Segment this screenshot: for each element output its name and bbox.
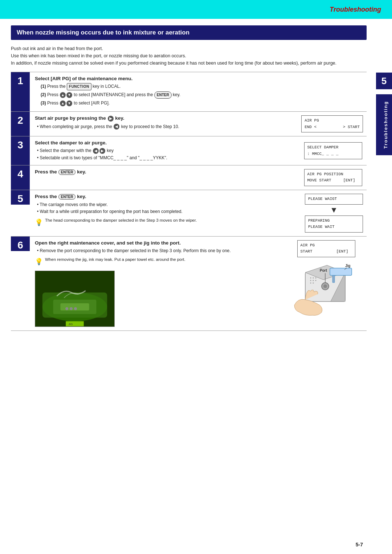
step-1-body: (1) Press the FUNCTION key in LOCAL. (2)…: [35, 83, 362, 107]
header-title: Troubleshooting: [330, 6, 381, 13]
step-2-number: 2: [11, 112, 30, 136]
maintenance-photo: JIG: [35, 271, 115, 327]
svg-point-14: [323, 284, 327, 288]
intro-line-1: Push out ink and air in the head from th…: [11, 45, 367, 52]
step-3-body: Select the damper with the ◀▶ key Select…: [35, 147, 298, 161]
step-5-row: 5 Press the ENTER key. The carriage move…: [11, 190, 367, 237]
step-4-row: 4 Press the ENTER key. AIR PG POSITION M…: [11, 165, 367, 190]
svg-rect-18: [332, 275, 335, 283]
svg-point-5: [70, 307, 73, 310]
section-title: When nozzle missing occurs due to ink mi…: [11, 25, 367, 40]
intro-text: Push out ink and air in the head from th…: [11, 45, 367, 67]
step-1-number: 1: [11, 72, 30, 111]
svg-rect-17: [330, 268, 352, 275]
step-6-images: JIG: [35, 271, 287, 327]
step-5-body: The carriage moves onto the wiper. Wait …: [35, 201, 298, 228]
step-4-number: 4: [11, 165, 30, 190]
step-1-title: Select [AIR PG] of the maintenance menu.: [35, 76, 362, 81]
svg-point-21: [310, 277, 311, 278]
step-2-title: Start air purge by pressing the ▶ key.: [35, 115, 296, 121]
step-5-title: Press the ENTER key.: [35, 194, 298, 200]
right-arrow-icon2: ▶: [99, 148, 105, 154]
step-6-number: 6: [11, 237, 30, 251]
step-2-content: Start air purge by pressing the ▶ key. W…: [30, 112, 301, 136]
intro-line-3: In addition, if nozzle missing cannot be…: [11, 59, 367, 67]
step-5-tip-text: The head corresponding to the damper sel…: [45, 217, 197, 223]
svg-point-27: [310, 282, 311, 283]
step-3-bullet-1: Select the damper with the ◀▶ key: [37, 147, 298, 154]
step-6-tip: 💡 When removing the jig, ink may leak. P…: [35, 257, 287, 267]
step-6-title: Open the right maintenance cover, and se…: [35, 240, 287, 246]
svg-text:JIG: JIG: [68, 323, 73, 326]
step-2-bullet-1: When completing air purge, press the ◀ k…: [37, 123, 296, 130]
enter-key-step4: ENTER: [58, 169, 76, 175]
steps-container: 1 Select [AIR PG] of the maintenance men…: [11, 72, 367, 331]
step-1-sub-1: (1) Press the FUNCTION key in LOCAL.: [41, 83, 362, 90]
step-3-list: Select the damper with the ◀▶ key Select…: [35, 147, 298, 161]
enter-key-step5: ENTER: [58, 194, 76, 200]
step-5-bullet-2: Wait for a while until preparation for o…: [37, 208, 298, 215]
tip-icon-5: 💡: [35, 217, 43, 228]
step-3-number: 3: [11, 136, 30, 165]
svg-text:Jig: Jig: [345, 264, 350, 268]
side-troubleshooting-label: Troubleshooting: [376, 94, 392, 155]
step-6-list: Remove the port corresponding to the dam…: [35, 247, 287, 254]
svg-text:Port: Port: [320, 268, 327, 272]
step-6-row: 6 Open the right maintenance cover, and …: [11, 237, 367, 331]
step-4-right: AIR PG POSITION MOVE START [ENT]: [303, 165, 367, 190]
svg-point-28: [313, 282, 314, 283]
up-arrow-icon2: ▲: [60, 100, 66, 106]
side-number-box: 5: [376, 73, 392, 89]
step-6-inner: Open the right maintenance cover, and se…: [35, 240, 362, 327]
svg-point-24: [310, 280, 311, 281]
svg-point-26: [315, 280, 317, 281]
step-3-screen: SELECT DAMPER : MMCC_ _ _ _: [304, 142, 362, 159]
header-bar: Troubleshooting: [0, 0, 392, 19]
down-arrow-icon2: ▼: [66, 100, 72, 106]
step-5-bullet-1: The carriage moves onto the wiper.: [37, 201, 298, 208]
step-1-sub: (1) Press the FUNCTION key in LOCAL. (2)…: [35, 83, 362, 107]
step-2-right: AIR PG END < > START: [301, 112, 367, 136]
down-arrow-icon: ▼: [66, 92, 72, 98]
tip-icon-6: 💡: [35, 257, 43, 267]
svg-point-6: [74, 307, 77, 310]
step-6-right: AIR PG START [ENT]: [291, 240, 362, 327]
step-6-content: Open the right maintenance cover, and se…: [30, 237, 367, 331]
svg-point-22: [313, 277, 314, 278]
step-6-tip-text: When removing the jig, ink may leak. Put…: [45, 257, 185, 263]
svg-point-7: [65, 307, 68, 310]
step-1-sub-2: (2) Press ▲▼ to select [MAINTENANCE] and…: [41, 91, 362, 99]
step-2-row: 2 Start air purge by pressing the ▶ key.…: [11, 112, 367, 136]
step-2-screen: AIR PG END < > START: [301, 115, 363, 132]
step-5-number: 5: [11, 190, 30, 205]
step-3-right: SELECT DAMPER : MMCC_ _ _ _: [303, 136, 367, 165]
step-5-screen-top: PLEASE WAIGT: [305, 194, 363, 205]
step-5-content: Press the ENTER key. The carriage moves …: [30, 190, 303, 231]
jig-diagram: Port Jig: [291, 262, 362, 319]
step-3-title: Select the damper to air purge.: [35, 140, 298, 145]
step-2-list: When completing air purge, press the ◀ k…: [35, 123, 296, 130]
step-5-screens: PLEASE WAIGT ▼ PREPARING PLEASE WAIT: [305, 194, 363, 233]
step-6-bullet-1: Remove the port corresponding to the dam…: [37, 247, 287, 254]
step-5-list: The carriage moves onto the wiper. Wait …: [35, 201, 298, 215]
svg-point-25: [313, 280, 314, 281]
step-6-screen: AIR PG START [ENT]: [297, 240, 355, 257]
step-3-row: 3 Select the damper to air purge. Select…: [11, 136, 367, 165]
left-arrow-icon2: ◀: [93, 148, 99, 154]
up-arrow-icon: ▲: [60, 92, 66, 98]
step-4-title: Press the ENTER key.: [35, 169, 298, 175]
function-key: FUNCTION: [67, 83, 91, 90]
intro-line-2: Use this when ink has been mixed in the …: [11, 52, 367, 59]
step-3-bullet-2: Selectable unit is two types of "MMCC_ _…: [37, 155, 298, 161]
step-1-row: 1 Select [AIR PG] of the maintenance men…: [11, 72, 367, 112]
down-arrow-icon: ▼: [330, 206, 338, 214]
step-5-tip: 💡 The head corresponding to the damper s…: [35, 217, 298, 228]
step-4-content: Press the ENTER key.: [30, 165, 303, 190]
page-number: 5-7: [356, 542, 363, 547]
step-6-body: Remove the port corresponding to the dam…: [35, 247, 287, 267]
step-3-content: Select the damper to air purge. Select t…: [30, 136, 303, 165]
step-1-sub-3: (3) Press ▲▼ to select [AIR PG].: [41, 100, 362, 107]
step-1-content: Select [AIR PG] of the maintenance menu.…: [30, 72, 367, 111]
step-2-body: When completing air purge, press the ◀ k…: [35, 123, 296, 130]
photo-svg: JIG: [35, 271, 114, 327]
